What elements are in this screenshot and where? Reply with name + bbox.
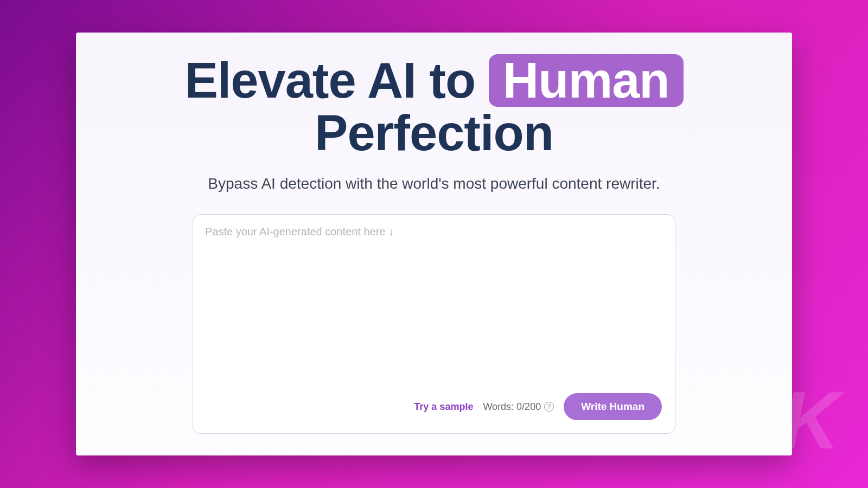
hero-card: Elevate AI to Human Perfection Bypass AI…: [76, 33, 792, 455]
try-sample-button[interactable]: Try a sample: [414, 401, 473, 413]
write-human-button[interactable]: Write Human: [564, 393, 662, 420]
help-icon[interactable]: ?: [544, 402, 554, 412]
headline-text-part1: Elevate AI to: [184, 53, 475, 108]
headline-highlight: Human: [489, 54, 684, 107]
headline-text-part2: Perfection: [315, 105, 553, 160]
hero-subtitle: Bypass AI detection with the world's mos…: [208, 175, 660, 192]
content-input[interactable]: [205, 226, 663, 388]
hero-headline: Elevate AI to Human Perfection: [184, 54, 683, 159]
word-count-text: Words: 0/200: [483, 401, 541, 413]
word-count-label: Words: 0/200 ?: [483, 401, 554, 413]
editor-container: Try a sample Words: 0/200 ? Write Human: [193, 214, 675, 434]
editor-footer: Try a sample Words: 0/200 ? Write Human: [414, 393, 662, 420]
